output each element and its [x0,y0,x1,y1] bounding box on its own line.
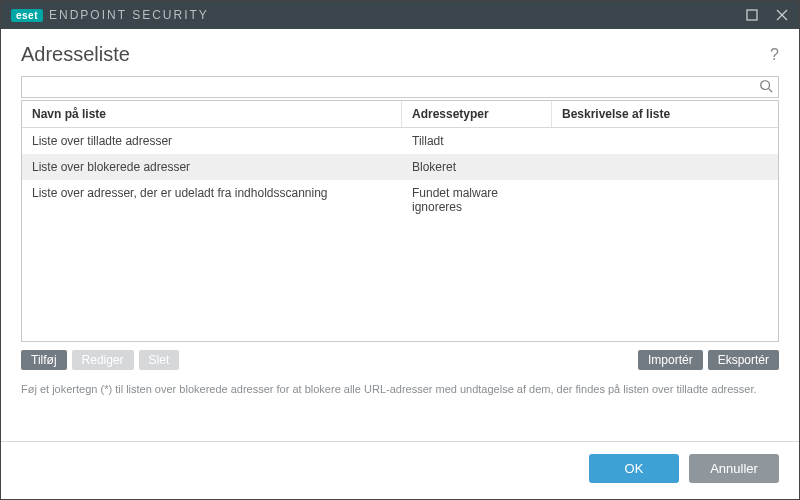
svg-line-4 [769,89,773,93]
brand: eset ENDPOINT SECURITY [11,8,209,22]
cell-desc [552,180,778,220]
column-header-type[interactable]: Adressetyper [402,101,552,127]
page-header: Adresseliste ? [21,39,779,76]
cell-type: Fundet malware ignoreres [402,180,552,220]
brand-title: ENDPOINT SECURITY [49,8,209,22]
action-bar: Tilføj Rediger Slet Importér Eksportér [21,342,779,376]
window: eset ENDPOINT SECURITY Adresseliste ? Na… [0,0,800,500]
add-button[interactable]: Tilføj [21,350,67,370]
search-icon[interactable] [759,79,775,95]
edit-button[interactable]: Rediger [72,350,134,370]
column-header-name[interactable]: Navn på liste [22,101,402,127]
svg-point-3 [761,81,770,90]
footer: OK Annuller [1,441,799,499]
titlebar: eset ENDPOINT SECURITY [1,1,799,29]
column-header-desc[interactable]: Beskrivelse af liste [552,101,778,127]
spacer [184,350,633,370]
cell-name: Liste over tilladte adresser [22,128,402,154]
page-title: Adresseliste [21,43,130,66]
export-button[interactable]: Eksportér [708,350,779,370]
cell-type: Tilladt [402,128,552,154]
table-body: Liste over tilladte adresserTilladtListe… [22,128,778,341]
search-row [21,76,779,98]
table-header: Navn på liste Adressetyper Beskrivelse a… [22,101,778,128]
cell-desc [552,154,778,180]
search-input[interactable] [21,76,779,98]
cell-name: Liste over adresser, der er udeladt fra … [22,180,402,220]
cell-name: Liste over blokerede adresser [22,154,402,180]
import-button[interactable]: Importér [638,350,703,370]
ok-button[interactable]: OK [589,454,679,483]
cell-desc [552,128,778,154]
close-icon[interactable] [775,8,789,22]
hint-text: Føj et jokertegn (*) til listen over blo… [21,376,779,411]
svg-rect-0 [747,10,757,20]
table-row[interactable]: Liste over blokerede adresserBlokeret [22,154,778,180]
table-row[interactable]: Liste over adresser, der er udeladt fra … [22,180,778,220]
content: Adresseliste ? Navn på liste Adressetype… [1,29,799,441]
cancel-button[interactable]: Annuller [689,454,779,483]
cell-type: Blokeret [402,154,552,180]
window-controls [745,8,789,22]
address-table: Navn på liste Adressetyper Beskrivelse a… [21,100,779,342]
help-icon[interactable]: ? [770,46,779,64]
table-row[interactable]: Liste over tilladte adresserTilladt [22,128,778,154]
delete-button[interactable]: Slet [139,350,180,370]
maximize-icon[interactable] [745,8,759,22]
brand-badge: eset [11,9,43,22]
